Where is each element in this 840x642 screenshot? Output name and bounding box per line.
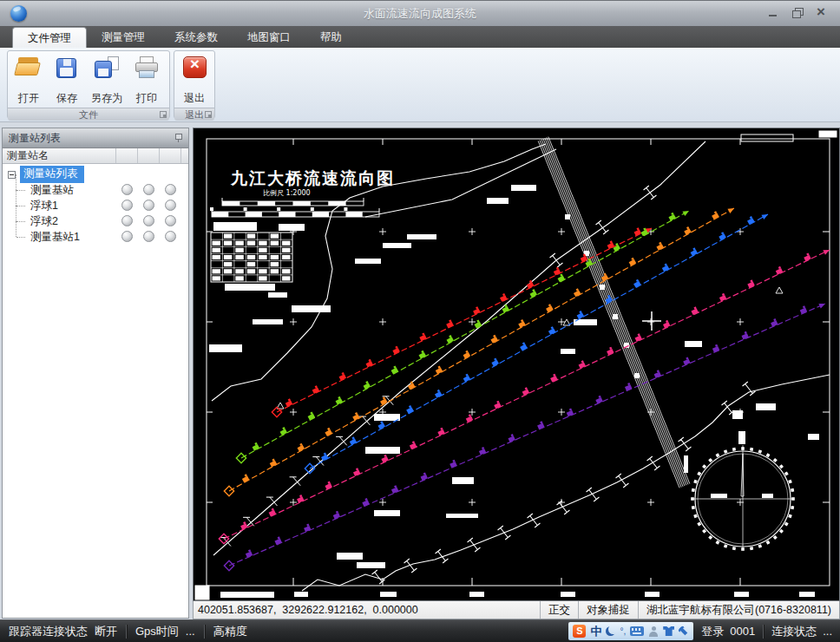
save-button[interactable]: 保存 <box>48 54 86 108</box>
station-status-led <box>121 184 133 195</box>
minimize-button[interactable] <box>767 7 779 19</box>
moon-mode-icon[interactable] <box>606 626 615 636</box>
window-controls <box>767 7 828 19</box>
ribbon-group-exit-label: 退出 <box>174 108 214 121</box>
login-status: 登录 0001 <box>693 624 763 639</box>
column-station-name: 测量站名 <box>3 148 116 163</box>
open-button[interactable]: 打开 <box>10 54 48 108</box>
tree-item-float-2[interactable]: 浮球2 <box>3 213 188 229</box>
company-info: 湖北蓝宇航标有限公司(0716-8320811) <box>638 601 839 619</box>
open-folder-icon <box>15 56 43 80</box>
tab-measure-management[interactable]: 测量管理 <box>87 27 160 48</box>
station-status-led <box>165 231 176 242</box>
svg-text:比例尺 1:2000: 比例尺 1:2000 <box>263 189 311 197</box>
exit-button[interactable]: 退出 <box>176 54 213 108</box>
drawing-title: 九江大桥流速流向图比例尺 1:2000 <box>230 168 395 197</box>
connection-status: 连接状态 ... <box>764 624 840 639</box>
ortho-toggle[interactable]: 正交 <box>540 601 578 619</box>
tree-item-float-1[interactable]: 浮球1 <box>3 198 188 213</box>
tab-system-parameters[interactable]: 系统参数 <box>160 27 233 48</box>
compass-rose <box>691 445 795 551</box>
pin-icon[interactable] <box>174 133 182 143</box>
svg-text:九江大桥流速流向图: 九江大桥流速流向图 <box>230 168 395 187</box>
column-1 <box>116 148 138 163</box>
station-status-led <box>121 231 133 242</box>
ime-language-toggle[interactable]: 中 <box>590 624 601 639</box>
save-icon <box>53 56 81 80</box>
station-status-led <box>143 215 154 226</box>
osnap-toggle[interactable]: 对象捕捉 <box>578 601 638 619</box>
bridge <box>538 137 690 488</box>
settings-wrench-icon[interactable] <box>677 624 692 639</box>
station-status-led <box>143 184 154 195</box>
station-status-led <box>165 215 176 226</box>
tree-item-base-station-1[interactable]: 测量基站1 <box>3 229 188 245</box>
column-2 <box>138 148 160 163</box>
window-title: 水面流速流向成图系统 <box>0 6 840 22</box>
flow-track-purple <box>224 301 826 570</box>
panel-title: 测量站列表 <box>9 131 174 146</box>
save-as-button[interactable]: 另存为 <box>86 54 128 108</box>
tree-root-row[interactable]: 测量站列表 <box>3 167 188 182</box>
station-status-led <box>143 200 154 211</box>
shoreline <box>212 141 830 591</box>
save-as-icon <box>93 56 121 80</box>
dialog-launcher-icon[interactable] <box>160 111 167 118</box>
tree-column-header: 测量站名 <box>3 148 188 164</box>
print-button[interactable]: 打印 <box>128 54 166 108</box>
status-bar: 跟踪器连接状态 断开 Gps时间 ... 高精度 S 中 °, 登录 0001 <box>0 619 840 642</box>
panel-header: 测量站列表 <box>3 128 188 148</box>
station-status-led <box>165 184 176 195</box>
data-table <box>211 222 305 298</box>
tree-item-base-station[interactable]: 测量基站 <box>3 182 188 198</box>
restore-button[interactable] <box>791 7 804 19</box>
ribbon-tab-bar: 文件管理 测量管理 系统参数 地图窗口 帮助 <box>0 26 840 48</box>
cad-area: 九江大桥流速流向图比例尺 1:2000 402051.853687, 32926… <box>193 128 840 619</box>
punctuation-icon[interactable]: °, <box>620 626 626 636</box>
app-window: 水面流速流向成图系统 文件管理 测量管理 系统参数 地图窗口 帮助 打开 保存 <box>0 0 840 642</box>
dialog-launcher-icon[interactable] <box>205 111 212 118</box>
tab-help[interactable]: 帮助 <box>305 27 357 48</box>
close-button[interactable] <box>816 7 828 19</box>
tracker-status-value: 断开 <box>95 624 117 639</box>
exit-icon <box>180 56 208 80</box>
ime-language-bar: S 中 °, <box>568 622 693 640</box>
station-tree: 测量站列表 测量基站 浮球1 浮球2 测量基站1 <box>3 164 188 245</box>
ribbon: 打开 保存 另存为 打印 文件 <box>0 48 840 122</box>
titlebar: 水面流速流向成图系统 <box>0 0 840 26</box>
tab-file-management[interactable]: 文件管理 <box>12 27 87 48</box>
ribbon-group-file: 打开 保存 另存为 打印 文件 <box>7 50 170 119</box>
precision-status: 高精度 <box>205 624 256 639</box>
crosshair-cursor <box>642 311 661 331</box>
station-status-led <box>121 215 133 226</box>
soft-keyboard-icon[interactable] <box>630 626 644 636</box>
station-status-led <box>121 200 133 211</box>
cad-status-bar: 402051.853687, 3292622.912162, 0.000000 … <box>193 601 840 619</box>
scale-bar <box>210 198 379 217</box>
ribbon-group-file-label: 文件 <box>8 108 169 121</box>
station-list-panel: 测量站列表 测量站名 测量站列表 测量基站 浮球1 <box>2 128 189 619</box>
print-icon <box>133 56 161 80</box>
account-icon[interactable] <box>648 626 659 637</box>
ribbon-group-exit: 退出 退出 <box>174 50 215 119</box>
cad-canvas[interactable]: 九江大桥流速流向图比例尺 1:2000 <box>193 128 840 601</box>
tracker-status: 跟踪器连接状态 断开 <box>0 624 126 639</box>
column-3 <box>160 148 181 163</box>
cursor-coordinates: 402051.853687, 3292622.912162, 0.000000 <box>194 604 540 616</box>
tree-root-label: 测量站列表 <box>20 166 84 183</box>
gps-time-status: Gps时间 ... <box>127 624 204 639</box>
sogou-ime-icon[interactable]: S <box>573 625 586 638</box>
app-logo-globe-icon <box>10 5 27 22</box>
collapse-icon[interactable] <box>8 171 16 179</box>
skin-icon[interactable] <box>663 626 674 636</box>
tab-map-window[interactable]: 地图窗口 <box>233 27 305 48</box>
login-id: 0001 <box>730 625 755 638</box>
station-status-led <box>165 200 176 211</box>
station-status-led <box>143 231 154 242</box>
